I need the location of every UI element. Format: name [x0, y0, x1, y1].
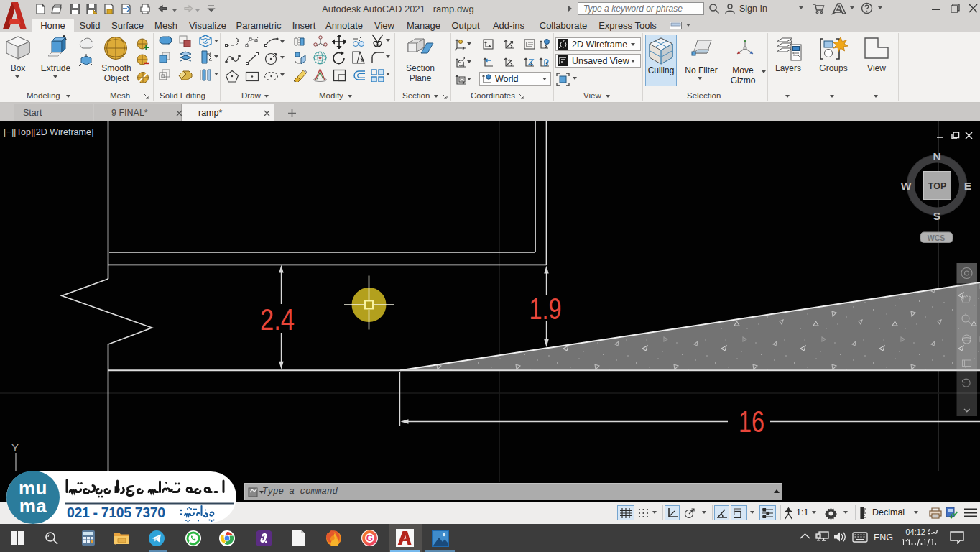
svg-text:TOP: TOP	[928, 181, 946, 191]
svg-text:WCS: WCS	[928, 234, 946, 242]
svg-text:W: W	[901, 180, 912, 192]
svg-text:021 - 7105 7370: 021 - 7105 7370	[67, 505, 165, 520]
svg-text:1.9: 1.9	[530, 292, 562, 326]
svg-text:G: G	[366, 533, 373, 543]
svg-text:16: 16	[739, 405, 764, 438]
svg-text:Y: Y	[11, 441, 19, 454]
svg-text:N: N	[933, 150, 940, 162]
svg-text:[−][Top][2D Wireframe]: [−][Top][2D Wireframe]	[4, 127, 93, 137]
svg-text:2.4: 2.4	[260, 303, 295, 336]
svg-text:E: E	[964, 180, 971, 192]
svg-text:S: S	[933, 210, 940, 222]
